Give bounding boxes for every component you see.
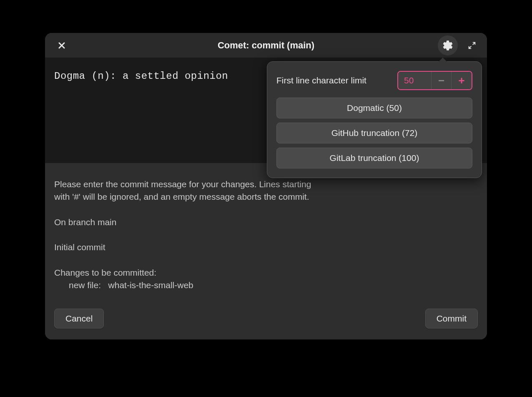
expand-button[interactable] [464,37,480,54]
limit-value[interactable]: 50 [398,72,432,89]
commit-info-panel: Please enter the commit message for your… [45,163,487,300]
limit-label: First line character limit [276,75,366,85]
info-status: Initial commit [54,241,478,254]
settings-button[interactable] [438,35,458,55]
info-changes-header: Changes to be committed: [54,266,478,279]
cancel-button[interactable]: Cancel [54,309,104,329]
settings-popover: First line character limit 50 − + Dogmat… [267,61,482,178]
increment-button[interactable]: + [452,72,472,89]
preset-gitlab-button[interactable]: GitLab truncation (100) [276,148,472,168]
minus-icon: − [438,74,444,87]
info-hint-line-1: Please enter the commit message for your… [54,178,478,191]
gear-icon [442,40,454,51]
close-button[interactable] [53,37,70,54]
expand-icon [467,41,477,50]
commit-window: Comet: commit (main) Dogma (n): a settle… [45,33,487,339]
preset-dogmatic-button[interactable]: Dogmatic (50) [276,98,472,118]
plus-icon: + [458,74,464,87]
info-changes-item: new file: what-is-the-small-web [54,279,478,291]
info-branch: On branch main [54,216,478,229]
commit-button[interactable]: Commit [425,309,478,329]
line-limit-stepper: 50 − + [397,71,472,90]
decrement-button[interactable]: − [432,72,452,89]
preset-github-button[interactable]: GitHub truncation (72) [276,123,472,143]
limit-row: First line character limit 50 − + [276,71,472,90]
button-bar: Cancel Commit [45,300,487,339]
info-hint-line-2: with '#' will be ignored, and an empty m… [54,191,478,203]
commit-message-text: Dogma (n): a settled opinion [54,70,228,82]
close-icon [58,42,65,49]
titlebar: Comet: commit (main) [45,33,487,58]
window-title: Comet: commit (main) [218,40,314,51]
